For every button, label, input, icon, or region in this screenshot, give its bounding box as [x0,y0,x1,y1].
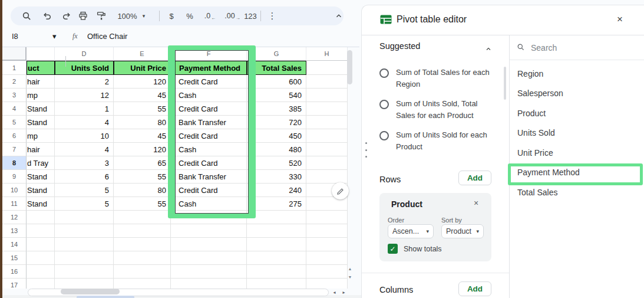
cell[interactable]: Cash [171,143,247,156]
cell[interactable]: hair [27,143,55,156]
row-header-5[interactable]: 5 [2,116,27,129]
cell[interactable]: Stand [27,184,55,197]
cell[interactable] [306,156,348,170]
cell[interactable]: 120 [114,75,171,89]
cell[interactable] [306,89,348,102]
cell[interactable]: hair [27,75,55,89]
cell[interactable]: mp [27,89,55,102]
cell[interactable] [114,265,171,279]
row-header-6[interactable]: 6 [2,129,27,143]
row-header-2[interactable]: 2 [2,75,27,89]
rows-add-button[interactable]: Add [458,171,491,185]
cell[interactable]: d Tray [27,156,55,170]
column-header-D[interactable]: D [55,47,114,61]
row-header-8[interactable]: 8 [2,156,27,170]
cell[interactable] [306,224,348,238]
cell[interactable] [171,224,247,238]
cell[interactable]: Credit Card [171,156,247,170]
more-options-kebab-icon[interactable]: ⋮ [266,6,278,25]
cell[interactable] [27,238,55,251]
cell[interactable]: mp [27,129,55,143]
cell[interactable]: Credit Card [171,102,247,116]
cell[interactable]: 1 [55,102,114,116]
cell[interactable] [27,224,55,238]
order-dropdown[interactable]: Ascen...▾ [388,224,434,238]
sheet-tab-sliver[interactable] [77,296,134,298]
cell[interactable] [114,224,171,238]
cell[interactable] [27,279,55,289]
cell[interactable]: Cash [171,197,247,211]
cell[interactable]: 2 [55,75,114,89]
cell[interactable]: 6 [55,170,114,184]
cell[interactable]: Stand [27,170,55,184]
edit-pencil-button[interactable] [332,182,349,199]
select-all-corner[interactable] [2,47,27,61]
increase-decimal-button[interactable]: .00→ [222,6,238,25]
field-item-product[interactable]: Product [517,103,635,123]
field-item-units-sold[interactable]: Units Sold [517,123,635,143]
scroll-left-icon[interactable]: ◂ [330,288,339,296]
cell[interactable]: Stand [27,197,55,211]
cell[interactable] [306,75,348,89]
cell[interactable] [306,170,348,184]
redo-icon[interactable] [61,6,72,25]
cell[interactable]: Unit Price [114,61,171,75]
panel-resize-handle[interactable] [364,142,368,158]
field-item-payment-method[interactable]: Payment Method [517,163,635,183]
cell[interactable]: 4 [55,116,114,129]
cell[interactable]: Stand [27,102,55,116]
cell[interactable]: Payment Method [171,61,247,75]
cell[interactable]: 520 [247,156,306,170]
cell[interactable] [27,251,55,265]
show-totals-checkbox[interactable]: ✓ [388,244,398,254]
cell[interactable] [306,116,348,129]
horizontal-scrollbar-thumb[interactable] [61,289,120,294]
cell[interactable] [114,251,171,265]
cell[interactable] [27,211,55,224]
cell[interactable] [247,279,306,289]
cell[interactable]: 10 [55,129,114,143]
radio-button-icon[interactable] [379,100,389,109]
cell[interactable] [114,238,171,251]
suggested-collapse-chevron-icon[interactable] [485,44,492,55]
undo-icon[interactable] [41,6,53,25]
row-header-4[interactable]: 4 [2,102,27,116]
cell[interactable]: 240 [247,184,306,197]
cell[interactable]: 5 [55,197,114,211]
cell[interactable] [55,279,114,289]
cell[interactable] [114,279,171,289]
cell[interactable]: 3 [55,156,114,170]
cell[interactable] [27,265,55,279]
cell[interactable]: 55 [114,197,171,211]
cell[interactable]: Bank Transfer [171,116,247,129]
column-header-G[interactable]: G [247,47,306,61]
print-icon[interactable] [77,6,89,25]
cell[interactable]: 45 [114,129,171,143]
collapse-toolbar-chevron-icon[interactable] [332,6,345,25]
cell[interactable] [171,238,247,251]
field-search-input[interactable] [530,40,626,55]
scroll-right-icon[interactable]: ▸ [339,288,348,296]
name-box-caret-icon[interactable]: ▾ [52,26,57,46]
zoom-select[interactable]: 100% [115,6,139,25]
percent-format-button[interactable]: % [184,6,196,25]
cell[interactable]: 330 [247,170,306,184]
cell[interactable]: 45 [114,89,171,102]
cell[interactable]: 275 [247,197,306,211]
columns-add-button[interactable]: Add [458,281,491,296]
decrease-decimal-button[interactable]: .0← [200,6,214,25]
vertical-scrollbar-thumb[interactable] [347,50,352,84]
cell[interactable] [306,129,348,143]
cell[interactable] [306,143,348,156]
cell[interactable]: 480 [247,143,306,156]
cell[interactable]: uct [27,61,55,75]
cell[interactable]: Bank Transfer [171,170,247,184]
search-icon[interactable] [20,6,33,25]
cell[interactable] [171,265,247,279]
column-header-F[interactable]: F [171,47,247,61]
panel-close-icon[interactable]: × [614,14,626,25]
row-header-7[interactable]: 7 [2,143,27,156]
field-item-region[interactable]: Region [517,64,635,84]
suggested-option-3[interactable]: Sum of Units Sold for each Product [379,129,497,153]
cell[interactable] [306,251,348,265]
